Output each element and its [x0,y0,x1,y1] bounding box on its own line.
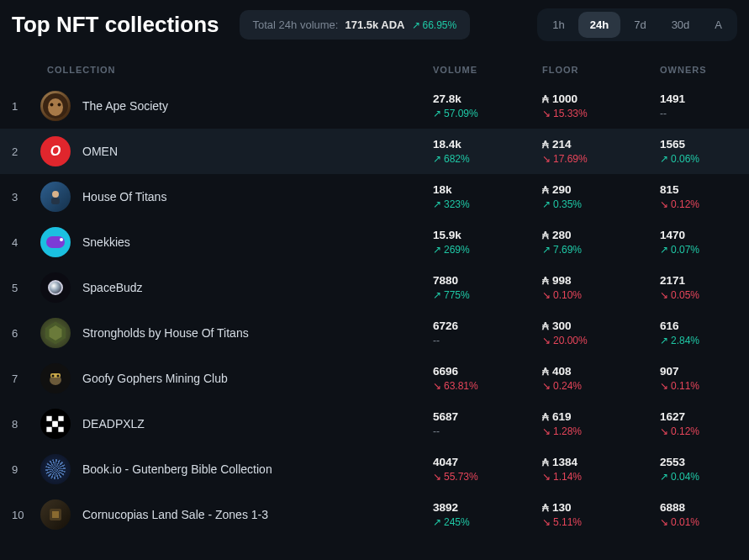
rank-number: 7 [12,372,40,385]
volume-change: -- [433,335,542,346]
table-row[interactable]: 8▀▄▀▄▀▄DEADPXLZ5687--₳6191.28%16270.12% [0,401,749,446]
owners-cell: 8150.12% [660,183,737,210]
ada-icon: ₳ [542,320,549,332]
volume-change: 63.81% [433,380,542,392]
volume-value: 5687 [433,410,542,423]
owners-cell: 25530.04% [660,456,737,483]
collection-avatar [40,182,71,212]
table-row[interactable]: 7Goofy Gophers Mining Club669663.81%₳408… [0,356,749,401]
floor-change: 5.11% [542,516,660,528]
table-row[interactable]: 3House Of Titans18k323%₳2900.35%8150.12% [0,174,749,219]
collection-avatar [40,454,71,484]
volume-cell: 18.4k682% [433,138,542,165]
svg-point-3 [58,103,61,107]
volume-change: -- [433,425,542,437]
table-row[interactable]: 10Cornucopias Land Sale - Zones 1-338922… [0,492,749,537]
volume-value: 18.4k [433,138,542,151]
floor-value: ₳300 [542,320,660,332]
ada-icon: ₳ [542,184,549,196]
rank-number: 1 [12,100,40,113]
column-collection[interactable]: COLLECTION [40,65,433,75]
floor-value: ₳280 [542,229,660,241]
page-header: Top NFT collections Total 24h volume: 17… [0,0,749,50]
volume-cell: 5687-- [433,410,542,437]
time-tab-7d[interactable]: 7d [622,12,657,38]
total-volume-label: Total 24h volume: [253,18,339,31]
total-volume-value: 171.5k ADA [345,18,404,31]
owners-value: 1627 [660,410,737,423]
collection-avatar [40,227,71,257]
time-tab-a[interactable]: A [703,12,734,38]
collection-name: DEADPXLZ [82,417,145,431]
svg-point-10 [52,375,55,378]
column-volume[interactable]: VOLUME [433,65,542,75]
column-owners[interactable]: OWNERS [660,65,737,75]
volume-value: 27.8k [433,92,542,105]
table-row[interactable]: 1The Ape Society27.8k57.09%₳100015.33%14… [0,83,749,129]
table-row[interactable]: 5SpaceBudz7880775%₳9980.10%21710.05% [0,265,749,310]
collection-cell: Strongholds by House Of Titans [40,318,433,348]
collection-cell: SpaceBudz [40,272,433,303]
volume-value: 3892 [433,501,542,514]
floor-cell: ₳21417.69% [542,138,660,165]
owners-value: 907 [660,365,737,378]
floor-value: ₳1000 [542,92,660,105]
owners-cell: 9070.11% [660,365,737,392]
table-row[interactable]: 2OOMEN18.4k682%₳21417.69%15650.06% [0,129,749,174]
floor-value: ₳408 [542,365,660,378]
time-tab-30d[interactable]: 30d [660,12,702,38]
owners-cell: 68880.01% [660,501,737,528]
collection-cell: Cornucopias Land Sale - Zones 1-3 [40,499,433,530]
owners-change: -- [660,108,737,119]
owners-value: 2171 [660,274,737,287]
floor-cell: ₳13841.14% [542,456,660,483]
collection-name: Snekkies [82,235,130,249]
rank-number: 6 [12,327,40,340]
collection-cell: Book.io - Gutenberg Bible Collection [40,454,433,484]
volume-value: 7880 [433,274,542,287]
floor-cell: ₳2807.69% [542,229,660,256]
floor-cell: ₳4080.24% [542,365,660,392]
volume-value: 4047 [433,456,542,468]
owners-value: 1470 [660,229,737,241]
floor-cell: ₳9980.10% [542,274,660,301]
svg-point-4 [52,191,59,198]
rank-number: 10 [12,509,40,521]
table-header: COLLECTION VOLUME FLOOR OWNERS [0,50,749,83]
volume-change: 682% [433,153,542,165]
ada-icon: ₳ [542,457,549,468]
ada-icon: ₳ [542,366,549,378]
floor-value: ₳214 [542,138,660,151]
floor-cell: ₳30020.00% [542,320,660,346]
total-volume-pill: Total 24h volume: 171.5k ADA 66.95% [240,10,471,40]
ada-icon: ₳ [542,139,549,151]
owners-change: 0.06% [660,153,737,165]
collection-name: Goofy Gophers Mining Club [82,372,228,385]
collection-name: SpaceBudz [82,281,143,294]
ada-icon: ₳ [542,502,549,514]
rank-number: 4 [12,236,40,249]
volume-change: 269% [433,244,542,256]
floor-change: 15.33% [542,108,660,119]
floor-cell: ₳2900.35% [542,183,660,210]
svg-point-1 [48,98,63,116]
volume-cell: 7880775% [433,274,542,301]
floor-change: 0.35% [542,198,660,210]
owners-change: 0.12% [660,198,737,210]
collection-cell: Goofy Gophers Mining Club [40,363,433,394]
collection-name: Cornucopias Land Sale - Zones 1-3 [82,508,268,521]
volume-cell: 3892245% [433,501,542,528]
table-row[interactable]: 6Strongholds by House Of Titans6726--₳30… [0,310,749,356]
column-floor[interactable]: FLOOR [542,65,660,75]
floor-value: ₳290 [542,183,660,196]
time-tab-1h[interactable]: 1h [541,12,576,38]
volume-value: 18k [433,183,542,196]
table-row[interactable]: 9Book.io - Gutenberg Bible Collection404… [0,446,749,492]
owners-change: 0.01% [660,516,737,528]
volume-change: 245% [433,516,542,528]
collection-avatar [40,363,71,394]
volume-cell: 6726-- [433,320,542,346]
time-tab-24h[interactable]: 24h [578,12,620,38]
table-row[interactable]: 4Snekkies15.9k269%₳2807.69%14700.07% [0,219,749,265]
volume-change: 323% [433,198,542,210]
